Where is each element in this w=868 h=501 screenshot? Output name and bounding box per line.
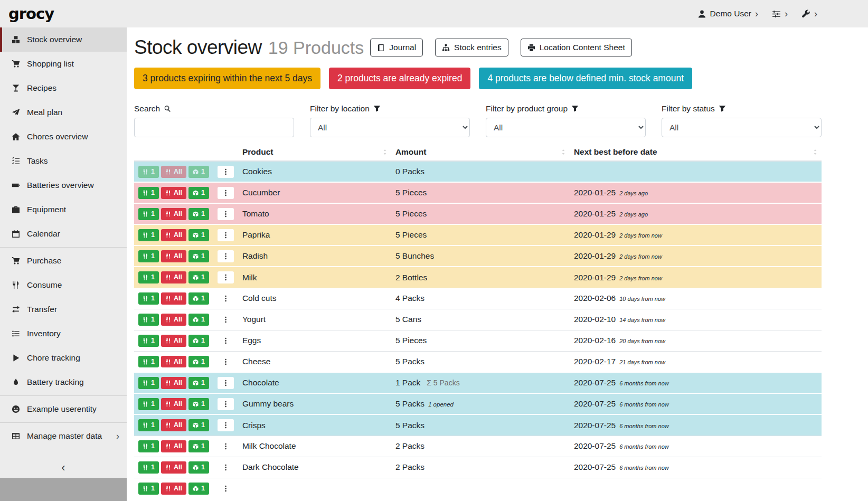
product-name[interactable]: Dark Chocolate [238, 457, 391, 478]
sidebar-item-batteries-overview[interactable]: Batteries overview [0, 173, 127, 197]
sidebar-item-equipment[interactable]: Equipment [0, 197, 127, 222]
stock-entries-button[interactable]: Stock entries [435, 39, 508, 56]
sidebar-collapse-button[interactable]: ‹ [0, 458, 127, 478]
sidebar-item-consume[interactable]: Consume [0, 273, 127, 297]
row-menu-button[interactable] [218, 166, 234, 178]
settings-menu[interactable]: › [772, 9, 788, 18]
sidebar-item-stock-overview[interactable]: Stock overview [0, 27, 127, 52]
open-one-button[interactable]: 1 [188, 419, 209, 431]
product-group-filter-select[interactable]: All [486, 118, 646, 137]
admin-menu[interactable]: › [801, 9, 817, 18]
row-menu-button[interactable] [218, 292, 234, 305]
product-name[interactable] [238, 478, 391, 499]
consume-all-button[interactable]: All [161, 229, 186, 241]
row-menu-button[interactable] [218, 335, 234, 347]
row-menu-button[interactable] [218, 314, 234, 326]
banner-info[interactable]: 4 products are below defined min. stock … [479, 68, 692, 89]
sidebar-item-example-userentity[interactable]: Example userentity [0, 397, 127, 421]
consume-one-button[interactable]: 1 [138, 335, 159, 347]
row-menu-button[interactable] [218, 461, 234, 474]
date-column-header[interactable]: Next best before date [570, 144, 822, 161]
product-name[interactable]: Cookies [238, 161, 391, 182]
sidebar-item-shopping-list[interactable]: Shopping list [0, 52, 127, 76]
row-menu-button[interactable] [218, 419, 234, 431]
open-one-button[interactable]: 1 [188, 166, 209, 178]
consume-one-button[interactable]: 1 [138, 398, 159, 410]
row-menu-button[interactable] [218, 398, 234, 410]
sidebar-item-chores-overview[interactable]: Chores overview [0, 125, 127, 149]
product-name[interactable]: Cold cuts [238, 288, 391, 309]
sidebar-item-manage-master-data[interactable]: Manage master data› [0, 424, 127, 448]
open-one-button[interactable]: 1 [188, 440, 209, 452]
row-menu-button[interactable] [218, 440, 234, 452]
consume-all-button[interactable]: All [161, 250, 186, 262]
user-menu[interactable]: Demo User › [697, 9, 758, 18]
consume-all-button[interactable]: All [161, 356, 186, 368]
location-content-sheet-button[interactable]: Location Content Sheet [521, 39, 632, 56]
consume-all-button[interactable]: All [161, 208, 186, 220]
consume-all-button[interactable]: All [161, 271, 186, 283]
consume-one-button[interactable]: 1 [138, 229, 159, 241]
open-one-button[interactable]: 1 [188, 377, 209, 389]
product-name[interactable]: Radish [238, 245, 391, 267]
open-one-button[interactable]: 1 [188, 250, 209, 262]
open-one-button[interactable]: 1 [188, 461, 209, 474]
product-name[interactable]: Eggs [238, 330, 391, 351]
consume-all-button[interactable]: All [161, 166, 186, 178]
consume-one-button[interactable]: 1 [138, 208, 159, 220]
journal-button[interactable]: Journal [370, 39, 423, 56]
sidebar-item-tasks[interactable]: Tasks [0, 149, 127, 173]
product-name[interactable]: Yogurt [238, 309, 391, 330]
consume-one-button[interactable]: 1 [138, 483, 159, 495]
open-one-button[interactable]: 1 [188, 356, 209, 368]
sidebar-item-meal-plan[interactable]: Meal plan [0, 100, 127, 125]
sidebar-item-transfer[interactable]: Transfer [0, 297, 127, 322]
sidebar-item-inventory[interactable]: Inventory [0, 322, 127, 346]
consume-one-button[interactable]: 1 [138, 187, 159, 199]
product-name[interactable]: Cucumber [238, 182, 391, 203]
row-menu-button[interactable] [218, 229, 234, 241]
open-one-button[interactable]: 1 [188, 335, 209, 347]
row-menu-button[interactable] [218, 356, 234, 368]
product-name[interactable]: Paprika [238, 224, 391, 245]
open-one-button[interactable]: 1 [188, 271, 209, 283]
amount-column-header[interactable]: Amount [391, 144, 570, 161]
sidebar-item-purchase[interactable]: Purchase [0, 249, 127, 273]
open-one-button[interactable]: 1 [188, 292, 209, 305]
consume-one-button[interactable]: 1 [138, 166, 159, 178]
consume-one-button[interactable]: 1 [138, 356, 159, 368]
open-one-button[interactable]: 1 [188, 208, 209, 220]
sidebar-item-recipes[interactable]: Recipes [0, 76, 127, 100]
product-name[interactable]: Chocolate [238, 372, 391, 393]
consume-all-button[interactable]: All [161, 419, 186, 431]
product-name[interactable]: Milk [238, 267, 391, 288]
product-column-header[interactable]: Product [238, 144, 391, 161]
consume-all-button[interactable]: All [161, 187, 186, 199]
product-name[interactable]: Crisps [238, 414, 391, 436]
consume-all-button[interactable]: All [161, 483, 186, 495]
consume-one-button[interactable]: 1 [138, 250, 159, 262]
open-one-button[interactable]: 1 [188, 229, 209, 241]
row-menu-button[interactable] [218, 483, 234, 495]
product-name[interactable]: Gummy bears [238, 393, 391, 414]
open-one-button[interactable]: 1 [188, 483, 209, 495]
search-input[interactable] [134, 118, 294, 137]
consume-all-button[interactable]: All [161, 377, 186, 389]
consume-all-button[interactable]: All [161, 314, 186, 326]
sidebar-item-battery-tracking[interactable]: Battery tracking [0, 370, 127, 394]
consume-one-button[interactable]: 1 [138, 271, 159, 283]
consume-all-button[interactable]: All [161, 292, 186, 305]
product-name[interactable]: Cheese [238, 351, 391, 372]
product-name[interactable]: Milk Chocolate [238, 436, 391, 457]
open-one-button[interactable]: 1 [188, 398, 209, 410]
location-filter-select[interactable]: All [310, 118, 470, 137]
sidebar-item-calendar[interactable]: Calendar [0, 222, 127, 246]
row-menu-button[interactable] [218, 208, 234, 220]
consume-all-button[interactable]: All [161, 398, 186, 410]
open-one-button[interactable]: 1 [188, 314, 209, 326]
status-filter-select[interactable]: All [662, 118, 822, 137]
row-menu-button[interactable] [218, 271, 234, 283]
consume-one-button[interactable]: 1 [138, 419, 159, 431]
consume-all-button[interactable]: All [161, 335, 186, 347]
row-menu-button[interactable] [218, 187, 234, 199]
